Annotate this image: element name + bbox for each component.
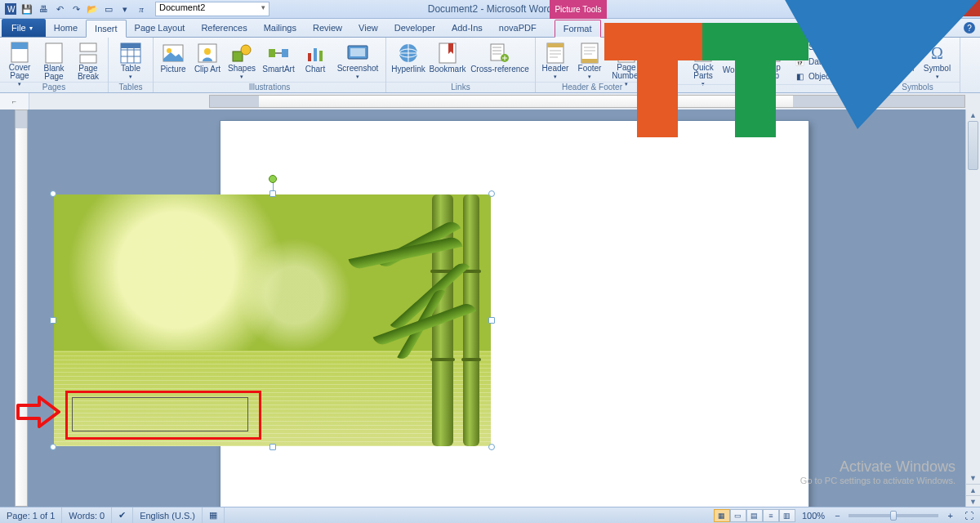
tab-home[interactable]: Home bbox=[46, 19, 86, 37]
horizontal-ruler[interactable] bbox=[209, 95, 965, 108]
group-label-pages: Pages bbox=[0, 82, 108, 92]
tab-mailings[interactable]: Mailings bbox=[256, 19, 305, 37]
open-icon[interactable]: 📂 bbox=[85, 2, 100, 16]
picture-icon bbox=[162, 42, 185, 65]
outline-view-button[interactable]: ≡ bbox=[763, 509, 779, 522]
print-layout-view-button[interactable]: ▦ bbox=[714, 509, 730, 522]
redo-icon[interactable]: ↷ bbox=[69, 2, 83, 16]
print-icon[interactable]: 🖶 bbox=[36, 2, 51, 16]
tab-format[interactable]: Format bbox=[555, 20, 601, 38]
prev-page-icon[interactable]: ▲ bbox=[966, 484, 980, 495]
chart-button[interactable]: Chart bbox=[299, 39, 332, 82]
equation-icon: π bbox=[887, 42, 910, 64]
cross-reference-button[interactable]: Cross-reference bbox=[468, 39, 532, 82]
bookmark-button[interactable]: Bookmark bbox=[429, 39, 466, 82]
group-links: Hyperlink Bookmark Cross-reference Links bbox=[386, 38, 536, 92]
svg-rect-17 bbox=[308, 53, 311, 61]
shapes-button[interactable]: Shapes▾ bbox=[225, 39, 258, 82]
status-macro[interactable]: ▦ bbox=[203, 507, 225, 523]
word-icon[interactable]: W bbox=[3, 2, 18, 16]
page-break-button[interactable]: Page Break bbox=[72, 39, 105, 82]
cover-page-button[interactable]: Cover Page▾ bbox=[3, 39, 36, 82]
status-page[interactable]: Page: 1 of 1 bbox=[0, 507, 62, 523]
activate-line2: Go to PC settings to activate Windows. bbox=[800, 476, 956, 485]
next-page-icon[interactable]: ▼ bbox=[966, 495, 980, 507]
save-icon[interactable]: 💾 bbox=[20, 2, 34, 16]
tab-insert[interactable]: Insert bbox=[86, 20, 127, 38]
web-layout-view-button[interactable]: ▤ bbox=[746, 509, 763, 522]
tab-view[interactable]: View bbox=[350, 19, 386, 37]
signature-line-button[interactable]: ✒Signature Line bbox=[792, 40, 870, 54]
status-words[interactable]: Words: 0 bbox=[62, 507, 112, 523]
screenshot-button[interactable]: Screenshot▾ bbox=[333, 39, 382, 82]
scroll-up-icon[interactable]: ▲ bbox=[966, 110, 980, 121]
symbol-icon: Ω bbox=[926, 42, 949, 64]
tab-novapdf[interactable]: novaPDF bbox=[491, 19, 545, 37]
smartart-button[interactable]: SmartArt bbox=[260, 39, 297, 82]
minimize-button[interactable]: — bbox=[893, 0, 918, 16]
equation-qat-icon[interactable]: π bbox=[134, 2, 149, 16]
group-header-footer: Header▾ Footer▾ #Page Number▾ Header & F… bbox=[536, 38, 649, 92]
status-language[interactable]: English (U.S.) bbox=[133, 507, 203, 523]
zoom-value[interactable]: 100% bbox=[795, 507, 831, 523]
hyperlink-button[interactable]: Hyperlink bbox=[390, 39, 427, 82]
text-box-button[interactable]: AText Box▾ bbox=[653, 41, 685, 83]
new-icon[interactable]: ▭ bbox=[101, 2, 116, 16]
rotation-handle[interactable] bbox=[269, 175, 277, 183]
footer-button[interactable]: Footer▾ bbox=[573, 39, 606, 82]
tab-developer[interactable]: Developer bbox=[386, 19, 443, 37]
svg-rect-5 bbox=[80, 43, 96, 51]
minimize-ribbon-icon[interactable]: ˇ bbox=[944, 22, 956, 34]
tab-review[interactable]: Review bbox=[305, 19, 350, 37]
picture-tools-header: Picture Tools bbox=[550, 0, 607, 19]
date-time-button[interactable]: 📅Date & Time bbox=[792, 55, 870, 69]
ruler-corner[interactable]: ⌐ bbox=[0, 93, 29, 110]
tab-page-layout[interactable]: Page Layout bbox=[127, 19, 194, 37]
bookmark-icon bbox=[436, 42, 459, 65]
maximize-button[interactable]: ▭ bbox=[918, 0, 942, 16]
page-number-button[interactable]: #Page Number▾ bbox=[608, 39, 645, 82]
annotation-rectangle bbox=[65, 391, 261, 440]
group-pages: Cover Page▾ Blank Page Page Break Pages bbox=[0, 38, 109, 92]
blank-page-button[interactable]: Blank Page bbox=[38, 39, 70, 82]
group-label-links: Links bbox=[386, 82, 535, 92]
title-bar: W 💾 🖶 ↶ ↷ 📂 ▭ ▾ π Document2 Document2 - … bbox=[0, 0, 980, 19]
fullscreen-toggle-icon[interactable]: ⛶ bbox=[958, 511, 980, 521]
header-button[interactable]: Header▾ bbox=[539, 39, 572, 82]
equation-button[interactable]: πEquation▾ bbox=[880, 39, 917, 82]
qat-document-selector[interactable]: Document2 bbox=[155, 2, 270, 16]
tab-references[interactable]: References bbox=[193, 19, 255, 37]
clip-art-button[interactable]: Clip Art bbox=[191, 39, 224, 82]
zoom-slider-knob[interactable] bbox=[890, 511, 897, 521]
quick-parts-icon bbox=[692, 43, 715, 63]
fullscreen-reading-view-button[interactable]: ▭ bbox=[730, 509, 746, 522]
close-button[interactable] bbox=[942, 0, 980, 16]
group-symbols: πEquation▾ ΩSymbol▾ Symbols bbox=[876, 38, 960, 92]
zoom-out-button[interactable]: − bbox=[831, 511, 843, 521]
chart-icon bbox=[304, 42, 327, 65]
zoom-in-button[interactable]: + bbox=[943, 511, 958, 521]
tab-addins[interactable]: Add-Ins bbox=[443, 19, 491, 37]
tab-file[interactable]: File bbox=[2, 19, 46, 37]
drop-cap-button[interactable]: ADrop Cap▾ bbox=[755, 41, 788, 83]
scroll-down-icon[interactable]: ▼ bbox=[966, 472, 980, 484]
draft-view-button[interactable]: ▥ bbox=[779, 509, 795, 522]
table-button[interactable]: Table▾ bbox=[112, 39, 149, 82]
object-button[interactable]: ◧Object bbox=[792, 69, 870, 83]
activate-line1: Activate Windows bbox=[800, 458, 956, 476]
symbol-button[interactable]: ΩSymbol▾ bbox=[919, 39, 956, 82]
wordart-button[interactable]: AWordArt▾ bbox=[721, 41, 754, 83]
help-icon[interactable]: ? bbox=[964, 22, 975, 34]
qat-dropdown-icon[interactable]: ▾ bbox=[118, 2, 132, 16]
zoom-slider[interactable] bbox=[849, 514, 938, 517]
vertical-scrollbar[interactable]: ▲ ▼ ▲ ▼ bbox=[965, 110, 980, 507]
quick-parts-button[interactable]: Quick Parts▾ bbox=[687, 41, 719, 83]
picture-button[interactable]: Picture bbox=[157, 39, 189, 82]
svg-rect-18 bbox=[314, 48, 317, 61]
svg-rect-15 bbox=[269, 49, 275, 57]
vertical-ruler[interactable] bbox=[15, 110, 28, 507]
status-proofing[interactable]: ✔ bbox=[112, 507, 133, 523]
undo-icon[interactable]: ↶ bbox=[52, 2, 67, 16]
scroll-thumb[interactable] bbox=[968, 121, 978, 170]
svg-rect-16 bbox=[282, 49, 288, 57]
